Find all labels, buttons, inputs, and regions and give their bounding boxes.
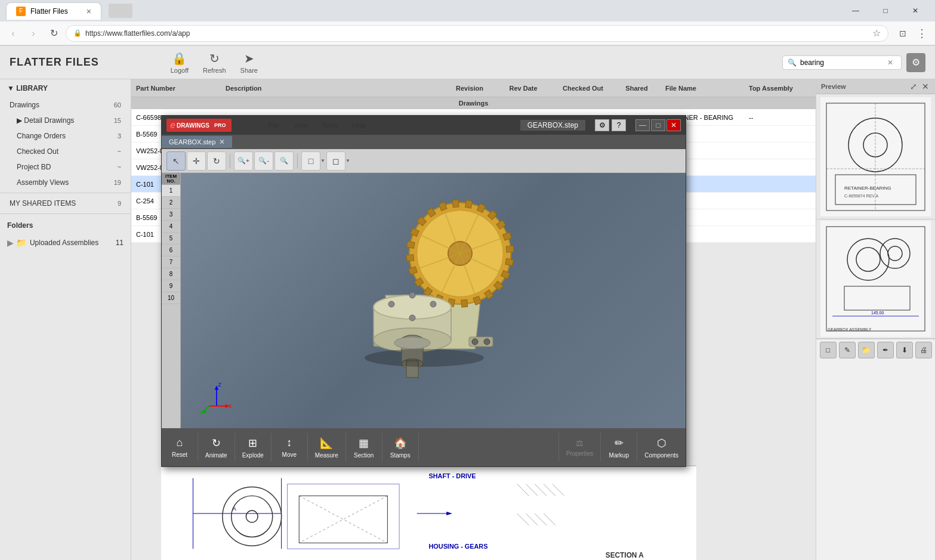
ed-menu-tools[interactable]: Tools	[319, 120, 341, 131]
ed-settings-btn[interactable]: ⚙	[595, 119, 609, 131]
ext-menu-btn[interactable]: ⋮	[914, 25, 930, 42]
ed-tab-close-btn[interactable]: ✕	[219, 138, 225, 146]
win-close-btn[interactable]: ✕	[902, 2, 929, 20]
ed-btn-animate[interactable]: ↻ Animate	[198, 428, 234, 466]
col-header-part[interactable]: Part Number	[131, 85, 221, 92]
sidebar-item-my-shared[interactable]: MY SHARED ITEMS 9	[0, 196, 131, 211]
col-header-checkout[interactable]: Checked Out	[553, 85, 613, 92]
ed-tab-gearbox[interactable]: GEARBOX.step ✕	[162, 136, 232, 148]
lock-icon: 🔒	[73, 29, 82, 37]
preview-btn-pen[interactable]: ✒	[877, 342, 894, 358]
svg-rect-18	[505, 259, 514, 266]
preview-btn-3d[interactable]: □	[820, 342, 837, 358]
ed-menu-file[interactable]: File	[265, 120, 283, 131]
forward-btn[interactable]: ›	[25, 25, 42, 42]
col-header-filename[interactable]: File Name	[661, 85, 744, 92]
spacer	[419, 428, 558, 466]
tab-close-btn[interactable]: ×	[87, 7, 91, 16]
folders-header[interactable]: Folders	[0, 216, 131, 234]
ed-item-1: 1	[162, 185, 180, 197]
sidebar-item-detail-drawings[interactable]: ▶ Detail Drawings 15	[0, 113, 131, 128]
ed-tool-section[interactable]: ◻	[326, 151, 345, 171]
ed-tool-section-dropdown[interactable]: ◻ ▼	[326, 151, 350, 171]
ed-item-10: 10	[162, 292, 180, 304]
ed-tool-view[interactable]: □	[301, 151, 320, 171]
ed-3d-viewport[interactable]: Z X Y	[181, 173, 686, 428]
library-header[interactable]: ▼ LIBRARY	[0, 79, 131, 97]
ed-btn-stamps[interactable]: 🏠 Stamps	[382, 428, 418, 466]
sidebar-item-drawings[interactable]: Drawings 60	[0, 97, 131, 113]
sidebar-item-uploaded-assemblies[interactable]: ▶ 📁 Uploaded Assemblies 11	[0, 234, 131, 251]
ed-tool-pan[interactable]: ✛	[187, 151, 206, 171]
search-clear-icon[interactable]: ✕	[887, 58, 893, 67]
ed-btn-move[interactable]: ↕ Move	[271, 428, 307, 466]
ed-logo: e DRAWINGS PRO	[166, 119, 232, 132]
preview-expand-btn[interactable]: ⤢	[909, 82, 918, 91]
refresh-btn[interactable]: ↻ Refresh	[203, 51, 226, 74]
ed-tool-zoom-fit[interactable]: 🔍	[274, 151, 294, 171]
search-icon: 🔍	[788, 58, 797, 67]
ed-btn-properties[interactable]: ⚖ Properties	[559, 428, 601, 466]
ed-close-btn[interactable]: ✕	[666, 119, 681, 131]
preview-btn-edit[interactable]: ✎	[839, 342, 856, 358]
ed-btn-explode[interactable]: ⊞ Explode	[235, 428, 271, 466]
project-bd-label: Project BD	[17, 163, 51, 171]
address-bar: 🔒 https://www.flatterfiles.com/a/app ☆	[66, 25, 888, 42]
ed-btn-reset[interactable]: ⌂ Reset	[162, 428, 198, 466]
markup-label: Markup	[609, 452, 629, 459]
back-btn[interactable]: ‹	[5, 25, 21, 42]
preview-btn-download[interactable]: ⬇	[896, 342, 913, 358]
folder-label: ▶ 📁 Uploaded Assemblies	[7, 238, 98, 247]
reload-btn[interactable]: ↻	[45, 25, 62, 42]
app-logo: FLATTER FILES	[10, 56, 99, 69]
ed-menu-view[interactable]: View	[290, 120, 311, 131]
win-maximize-btn[interactable]: □	[872, 2, 899, 20]
ed-btn-components[interactable]: ⬡ Components	[637, 428, 686, 466]
settings-btn[interactable]: ⚙	[906, 53, 925, 72]
preview-image-1: RETAINER-BEARING C-6659874 REV A	[816, 94, 935, 219]
ed-btn-markup[interactable]: ✏ Markup	[601, 428, 637, 466]
browser-tab[interactable]: F Flatter Files ×	[6, 2, 101, 20]
share-btn[interactable]: ➤ Share	[240, 51, 258, 74]
reset-label: Reset	[172, 451, 187, 458]
preview-drawing-2: 145.00 GEARBOX ASSEMBLY	[820, 221, 931, 337]
ed-tool-rotate[interactable]: ↻	[207, 151, 226, 171]
svg-text:HOUSING - GEARS: HOUSING - GEARS	[429, 543, 488, 550]
logoff-icon: 🔒	[172, 51, 187, 66]
ed-tool-view-dropdown[interactable]: □ ▼	[301, 151, 325, 171]
col-header-topassm[interactable]: Top Assembly	[744, 85, 816, 92]
ed-tool-zoom-out[interactable]: 🔍-	[254, 151, 273, 171]
new-tab-btn[interactable]	[109, 4, 132, 18]
move-label: Move	[282, 451, 297, 458]
bookmark-btn[interactable]: ☆	[872, 27, 881, 39]
preview-close-btn[interactable]: ✕	[921, 82, 930, 91]
ed-maximize-btn[interactable]: □	[651, 119, 665, 131]
sidebar-item-checked-out[interactable]: Checked Out ~	[0, 144, 131, 159]
sidebar-item-assembly-views[interactable]: Assembly Views 19	[0, 175, 131, 190]
sidebar-item-change-orders[interactable]: Change Orders 3	[0, 128, 131, 144]
ed-minimize-btn[interactable]: —	[635, 119, 650, 131]
sidebar-item-project-bd[interactable]: Project BD ~	[0, 159, 131, 175]
ed-btn-section[interactable]: ▦ Section	[346, 428, 382, 466]
col-header-desc[interactable]: Description	[221, 85, 446, 92]
ed-menu-help[interactable]: Help	[348, 120, 369, 131]
ed-logo-e: e	[170, 120, 175, 131]
win-minimize-btn[interactable]: —	[842, 2, 869, 20]
ed-btn-measure[interactable]: 📐 Measure	[308, 428, 345, 466]
logoff-btn[interactable]: 🔒 Logoff	[171, 51, 189, 74]
col-header-shared[interactable]: Shared	[613, 85, 661, 92]
col-header-revdate[interactable]: Rev Date	[493, 85, 553, 92]
ed-tool-select[interactable]: ↖	[166, 151, 186, 171]
url-text[interactable]: https://www.flatterfiles.com/a/app	[85, 29, 865, 38]
components-label: Components	[644, 452, 678, 459]
col-header-rev[interactable]: Revision	[446, 85, 493, 92]
ext-cast-btn[interactable]: ⊡	[894, 25, 911, 42]
explode-label: Explode	[242, 452, 264, 459]
ed-help-btn[interactable]: ?	[612, 119, 626, 131]
ed-toolbar-sep-1	[230, 154, 230, 168]
ed-tool-zoom-in[interactable]: 🔍+	[234, 151, 253, 171]
ed-tab-bar: GEARBOX.step ✕	[162, 135, 686, 149]
search-input[interactable]	[800, 58, 884, 67]
preview-btn-print[interactable]: 🖨	[915, 342, 932, 358]
preview-btn-folder[interactable]: 📁	[858, 342, 875, 358]
